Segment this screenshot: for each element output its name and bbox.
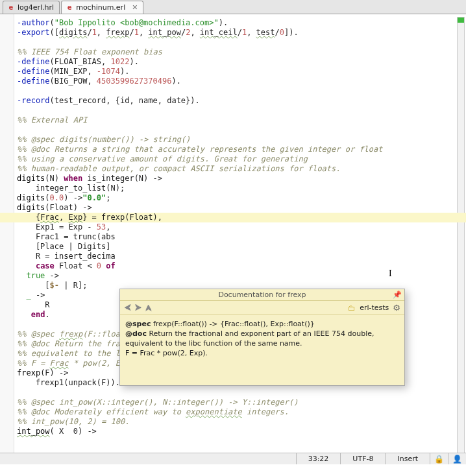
person-icon: 👤 <box>452 455 462 464</box>
tooltip-doc: Return the fractional and exponent part … <box>125 329 374 348</box>
status-spacer <box>0 453 296 464</box>
up-icon[interactable]: ⮝ <box>145 303 153 313</box>
tab-label: log4erl.hrl <box>18 3 54 12</box>
tooltip-nav: ⮜ ⮞ ⮝ <box>124 303 153 313</box>
tooltip-project[interactable]: erl-tests <box>360 303 389 312</box>
editor[interactable]: -author("Bob Ippolito <bob@mochimedia.co… <box>0 14 466 464</box>
text-cursor-icon: I <box>389 268 392 279</box>
lock-icon: 🔒 <box>434 455 444 464</box>
back-icon[interactable]: ⮜ <box>124 303 132 313</box>
erlang-file-icon: e <box>66 4 73 12</box>
tab-log4erl[interactable]: e log4erl.hrl <box>3 1 60 14</box>
erlang-file-icon: e <box>7 4 15 12</box>
tab-bar: e log4erl.hrl e mochinum.erl ✕ <box>0 0 466 14</box>
doc-tooltip: Documentation for frexp 📌 ⮜ ⮞ ⮝ 🗀 erl-te… <box>119 289 405 386</box>
tooltip-toolbar: ⮜ ⮞ ⮝ 🗀 erl-tests ⚙ <box>120 301 404 315</box>
status-mode[interactable]: Insert <box>385 453 430 464</box>
folder-icon: 🗀 <box>348 303 356 313</box>
status-lock[interactable]: 🔒 <box>430 453 448 464</box>
status-position[interactable]: 33:22 <box>296 453 341 464</box>
tooltip-title: Documentation for frexp <box>218 291 306 299</box>
tooltip-title-bar: Documentation for frexp 📌 <box>120 289 404 301</box>
status-user[interactable]: 👤 <box>448 453 466 464</box>
gear-icon[interactable]: ⚙ <box>393 303 400 313</box>
tab-label: mochinum.erl <box>76 3 125 12</box>
tooltip-body: @spec frexp(F::float()) -> {Frac::float(… <box>120 315 404 362</box>
close-icon[interactable]: ✕ <box>132 3 138 12</box>
status-encoding[interactable]: UTF-8 <box>340 453 385 464</box>
forward-icon[interactable]: ⮞ <box>134 303 142 313</box>
pin-icon[interactable]: 📌 <box>393 291 402 299</box>
status-bar: 33:22 UTF-8 Insert 🔒 👤 <box>0 453 466 464</box>
tooltip-formula: F = Frac * pow(2, Exp). <box>125 348 399 358</box>
tooltip-spec: frexp(F::float()) -> {Frac::float(), Exp… <box>153 320 315 328</box>
tab-mochinum[interactable]: e mochinum.erl ✕ <box>61 1 143 14</box>
